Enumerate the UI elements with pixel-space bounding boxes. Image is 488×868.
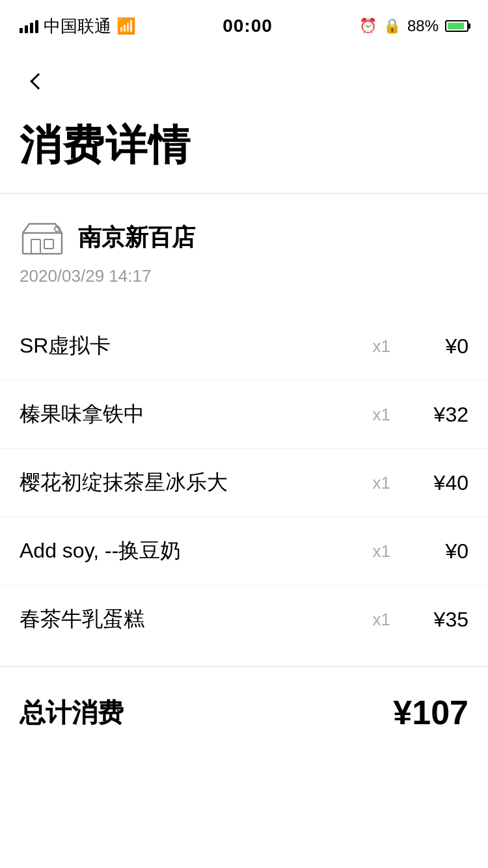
svg-rect-1	[31, 239, 40, 254]
item-qty: x1	[373, 405, 390, 425]
items-section: SR虚拟卡 x1 ¥0 榛果味拿铁中 x1 ¥32 樱花初绽抹茶星冰乐大 x1 …	[0, 299, 488, 666]
item-name: SR虚拟卡	[20, 332, 347, 360]
status-bar: 中国联通 📶 00:00 ⏰ 🔒 88%	[0, 0, 488, 52]
item-price: ¥0	[416, 334, 468, 359]
nav-bar	[0, 52, 488, 111]
order-item: 春茶牛乳蛋糕 x1 ¥35	[0, 586, 488, 653]
page-title: 消费详情	[20, 117, 468, 174]
store-icon	[20, 220, 65, 256]
status-left: 中国联通 📶	[20, 15, 136, 38]
back-chevron-icon	[30, 73, 46, 89]
item-name: Add soy, --换豆奶	[20, 537, 347, 565]
store-section: 南京新百店 2020/03/29 14:17	[0, 194, 488, 299]
item-price: ¥40	[416, 471, 468, 495]
svg-rect-0	[23, 233, 62, 254]
item-price: ¥0	[416, 539, 468, 563]
page-title-section: 消费详情	[0, 111, 488, 193]
wifi-icon: 📶	[116, 17, 136, 35]
item-name: 樱花初绽抹茶星冰乐大	[20, 468, 347, 497]
item-qty: x1	[373, 473, 390, 493]
status-right: ⏰ 🔒 88%	[359, 17, 468, 35]
item-name: 榛果味拿铁中	[20, 400, 347, 429]
battery-percent: 88%	[407, 17, 439, 35]
item-name: 春茶牛乳蛋糕	[20, 605, 347, 634]
status-time: 00:00	[223, 16, 273, 36]
alarm-icon: ⏰	[359, 18, 377, 34]
store-datetime: 2020/03/29 14:17	[20, 266, 468, 286]
order-item: SR虚拟卡 x1 ¥0	[0, 312, 488, 381]
order-item: 榛果味拿铁中 x1 ¥32	[0, 381, 488, 449]
item-qty: x1	[373, 610, 390, 630]
location-icon: 🔒	[383, 18, 401, 34]
svg-rect-2	[44, 239, 53, 249]
store-name: 南京新百店	[78, 222, 195, 254]
item-qty: x1	[373, 541, 390, 562]
total-label: 总计消费	[20, 695, 124, 731]
carrier-label: 中国联通	[44, 15, 111, 38]
order-item: 樱花初绽抹茶星冰乐大 x1 ¥40	[0, 449, 488, 517]
order-item: Add soy, --换豆奶 x1 ¥0	[0, 517, 488, 586]
store-row: 南京新百店	[20, 220, 468, 256]
back-button[interactable]	[20, 65, 52, 98]
signal-icon	[20, 19, 38, 33]
item-qty: x1	[373, 336, 390, 357]
item-price: ¥32	[416, 403, 468, 427]
item-price: ¥35	[416, 608, 468, 632]
total-amount: ¥107	[393, 693, 468, 732]
total-section: 总计消费 ¥107	[0, 666, 488, 758]
battery-icon	[445, 20, 468, 32]
